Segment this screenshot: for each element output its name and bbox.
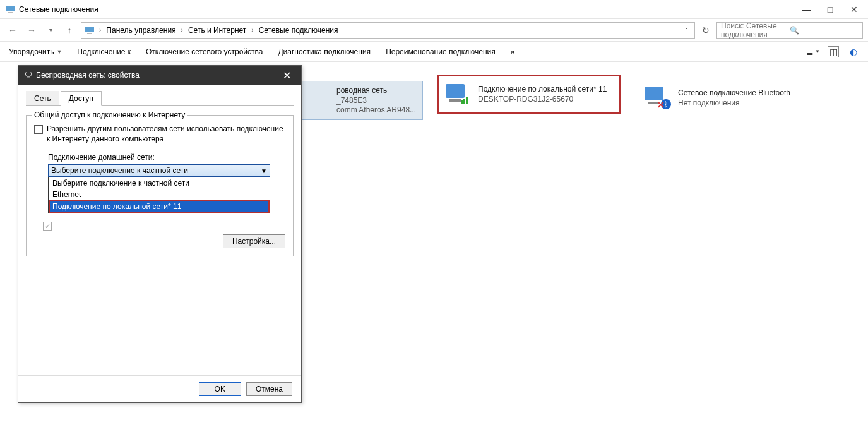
toolbar-diagnose[interactable]: Диагностика подключения bbox=[278, 47, 371, 56]
tab-network[interactable]: Сеть bbox=[26, 91, 59, 105]
nav-forward-button[interactable]: → bbox=[24, 23, 39, 38]
combo-dropdown: Выберите подключение к частной сети Ethe… bbox=[48, 177, 270, 213]
allow-sharing-row[interactable]: Разрешить другим пользователям сети испо… bbox=[34, 124, 285, 144]
breadcrumb-caret[interactable]: ˅ bbox=[681, 27, 692, 33]
breadcrumb-item[interactable]: Панель управления bbox=[104, 26, 178, 35]
allow-sharing-checkbox[interactable] bbox=[34, 125, 43, 134]
bluetooth-icon: ᛒ✕ bbox=[641, 82, 673, 114]
sharing-group: Общий доступ к подключению к Интернету Р… bbox=[26, 115, 294, 256]
svg-rect-5 bbox=[449, 99, 461, 102]
nav-back-button[interactable]: ← bbox=[5, 23, 20, 38]
toolbar: Упорядочить▼ Подключение к Отключение се… bbox=[0, 42, 868, 62]
refresh-button[interactable]: ↻ bbox=[699, 23, 713, 37]
svg-rect-1 bbox=[8, 12, 13, 13]
svg-rect-4 bbox=[446, 84, 465, 98]
preview-pane-icon[interactable]: ◫ bbox=[828, 46, 839, 57]
connection-item-lan11[interactable]: Подключение по локальной сети* 11 DESKTO… bbox=[437, 75, 621, 114]
maximize-button[interactable]: □ bbox=[824, 3, 836, 16]
window-controls: — □ ✕ bbox=[800, 3, 863, 16]
nav-up-button[interactable]: ↑ bbox=[62, 23, 77, 38]
breadcrumb-sep: › bbox=[98, 27, 102, 33]
svg-rect-8 bbox=[466, 97, 468, 104]
combo-option[interactable]: Ethernet bbox=[49, 189, 270, 200]
allow-sharing-label: Разрешить другим пользователям сети испо… bbox=[47, 124, 285, 144]
breadcrumb-icon bbox=[84, 25, 95, 36]
breadcrumb-item[interactable]: Сетевые подключения bbox=[256, 26, 341, 35]
home-connection-combo[interactable]: Выберите подключение к частной сети ▼ bbox=[48, 164, 270, 177]
combo-option-selected[interactable]: Подключение по локальной сети* 11 bbox=[49, 200, 270, 213]
shield-icon: 🛡 bbox=[25, 71, 32, 80]
allow-control-row bbox=[34, 221, 285, 231]
cancel-button[interactable]: Отмена bbox=[246, 382, 292, 396]
toolbar-disable[interactable]: Отключение сетевого устройства bbox=[146, 47, 263, 56]
combo-value: Выберите подключение к частной сети bbox=[51, 166, 188, 175]
group-legend: Общий доступ к подключению к Интернету bbox=[32, 111, 187, 119]
home-connection-label: Подключение домашней сети: bbox=[48, 153, 285, 162]
breadcrumb-sep: › bbox=[180, 27, 184, 33]
toolbar-organize[interactable]: Упорядочить▼ bbox=[9, 47, 62, 56]
breadcrumb-sep: › bbox=[250, 27, 254, 33]
dialog-tabs: Сеть Доступ bbox=[26, 91, 294, 106]
connection-text: роводная сеть _7485E3 comm Atheros AR948… bbox=[336, 86, 416, 114]
nav-recent-button[interactable]: ▾ bbox=[43, 23, 58, 38]
svg-rect-0 bbox=[6, 6, 15, 11]
view-list-icon[interactable]: ≣▼ bbox=[807, 46, 819, 57]
minimize-button[interactable]: — bbox=[800, 3, 812, 16]
connection-text: Подключение по локальной сети* 11 DESKTO… bbox=[478, 85, 607, 104]
allow-control-checkbox bbox=[43, 222, 52, 231]
window-title: Сетевые подключения bbox=[19, 5, 800, 14]
dialog-titlebar[interactable]: 🛡 Беспроводная сеть: свойства ✕ bbox=[18, 66, 301, 85]
svg-rect-7 bbox=[463, 99, 465, 104]
settings-button[interactable]: Настройка... bbox=[223, 234, 285, 248]
toolbar-rename[interactable]: Переименование подключения bbox=[386, 47, 496, 56]
svg-rect-3 bbox=[87, 33, 92, 34]
tab-sharing[interactable]: Доступ bbox=[61, 91, 102, 106]
toolbar-connect[interactable]: Подключение к bbox=[77, 47, 131, 56]
dialog-close-button[interactable]: ✕ bbox=[278, 69, 295, 81]
close-button[interactable]: ✕ bbox=[848, 3, 860, 16]
dialog-title: Беспроводная сеть: свойства bbox=[36, 71, 140, 80]
properties-dialog: 🛡 Беспроводная сеть: свойства ✕ Сеть Дос… bbox=[18, 65, 302, 403]
connection-text: Сетевое подключение Bluetooth Нет подклю… bbox=[678, 88, 790, 107]
svg-text:✕: ✕ bbox=[657, 100, 665, 110]
nav-row: ← → ▾ ↑ › Панель управления › Сеть и Инт… bbox=[0, 19, 868, 42]
monitor-icon bbox=[441, 78, 473, 110]
connection-item-bluetooth[interactable]: ᛒ✕ Сетевое подключение Bluetooth Нет под… bbox=[639, 78, 822, 117]
svg-rect-9 bbox=[645, 87, 663, 100]
breadcrumb[interactable]: › Панель управления › Сеть и Интернет › … bbox=[81, 22, 695, 39]
svg-rect-6 bbox=[461, 100, 463, 104]
breadcrumb-item[interactable]: Сеть и Интернет bbox=[186, 26, 249, 35]
ok-button[interactable]: OK bbox=[199, 382, 241, 396]
help-icon[interactable]: ◐ bbox=[848, 46, 859, 57]
search-icon: 🔍 bbox=[790, 26, 859, 35]
titlebar: Сетевые подключения — □ ✕ bbox=[0, 0, 868, 19]
app-icon bbox=[5, 4, 15, 15]
search-placeholder: Поиск: Сетевые подключения bbox=[721, 21, 790, 39]
search-input[interactable]: Поиск: Сетевые подключения 🔍 bbox=[716, 22, 863, 39]
combo-option[interactable]: Выберите подключение к частной сети bbox=[49, 177, 270, 189]
toolbar-more[interactable]: » bbox=[511, 47, 515, 56]
svg-rect-2 bbox=[85, 27, 94, 32]
chevron-down-icon: ▼ bbox=[261, 167, 267, 174]
dialog-footer: OK Отмена bbox=[18, 375, 301, 402]
